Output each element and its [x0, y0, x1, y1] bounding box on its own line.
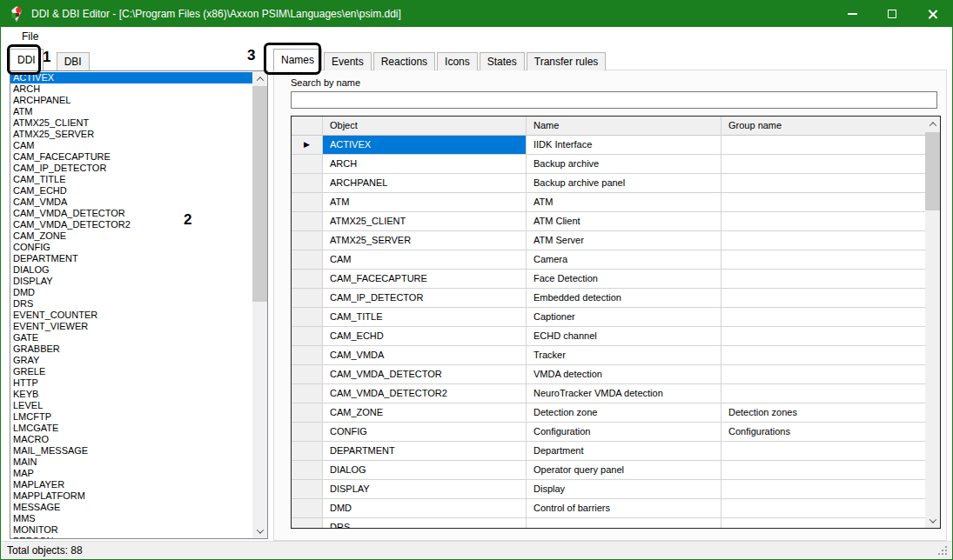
list-item[interactable]: MAIN	[10, 457, 252, 468]
table-cell[interactable]: DIALOG	[323, 461, 527, 480]
list-item[interactable]: EVENT_VIEWER	[10, 321, 252, 332]
table-cell[interactable]: CONFIG	[323, 423, 527, 442]
list-item[interactable]: CAM_ZONE	[10, 230, 252, 242]
maximize-button[interactable]	[872, 1, 912, 27]
grid-scrollbar-thumb[interactable]	[925, 132, 940, 210]
grid-scrollbar[interactable]	[925, 117, 940, 528]
table-cell[interactable]: Operator query panel	[527, 461, 721, 480]
table-cell[interactable]	[721, 155, 925, 174]
table-cell[interactable]: Detection zone	[527, 403, 721, 423]
column-header[interactable]: Object	[323, 117, 527, 136]
list-item[interactable]: MACRO	[10, 434, 252, 445]
list-item[interactable]: CAM_FACECAPTURE	[10, 151, 252, 163]
list-item[interactable]: MONITOR	[10, 524, 252, 536]
table-cell[interactable]: NeuroTracker VMDA detection	[527, 384, 721, 403]
list-item[interactable]: ATMX25_SERVER	[10, 129, 252, 140]
tab-icons[interactable]: Icons	[437, 52, 478, 70]
table-cell[interactable]	[721, 250, 925, 270]
list-item[interactable]: CAM	[10, 140, 252, 151]
list-item[interactable]: CAM_VMDA_DETECTOR	[10, 208, 252, 219]
table-cell[interactable]: CAM_VMDA_DETECTOR2	[323, 384, 527, 403]
row-header[interactable]	[292, 384, 323, 403]
tab-transfer-rules[interactable]: Transfer rules	[527, 52, 607, 70]
table-cell[interactable]: Face Detection	[527, 270, 721, 289]
table-cell[interactable]: CAM_VMDA_DETECTOR	[323, 365, 527, 384]
table-cell[interactable]: ATMX25_CLIENT	[323, 212, 527, 231]
table-cell[interactable]: CAM_TITLE	[323, 308, 527, 327]
table-cell[interactable]: Backup archive panel	[527, 174, 721, 193]
list-scrollbar[interactable]	[252, 71, 267, 538]
table-cell[interactable]	[721, 384, 925, 403]
table-cell[interactable]: VMDA detection	[527, 365, 721, 384]
list-item[interactable]: GRELE	[10, 366, 252, 377]
row-header[interactable]	[292, 155, 323, 174]
menu-file[interactable]: File	[13, 27, 47, 46]
table-cell[interactable]: Control of barriers	[527, 499, 721, 518]
row-header[interactable]	[292, 231, 323, 250]
grid-scroll-down-icon[interactable]	[925, 513, 940, 528]
row-header[interactable]	[292, 270, 323, 289]
list-item[interactable]: MAPPLATFORM	[10, 490, 252, 502]
tab-states[interactable]: States	[480, 52, 525, 70]
table-cell[interactable]	[721, 480, 925, 499]
column-header[interactable]: Name	[527, 117, 721, 136]
list-item[interactable]: LMCFTP	[10, 411, 252, 423]
tab-reactions[interactable]: Reactions	[373, 52, 435, 70]
grid-corner-cell[interactable]	[292, 117, 323, 136]
row-header[interactable]	[292, 518, 323, 528]
list-item[interactable]: CAM_TITLE	[10, 174, 252, 185]
table-cell[interactable]: ECHD channel	[527, 327, 721, 346]
close-button[interactable]	[912, 1, 952, 27]
table-cell[interactable]: IIDK Interface	[527, 136, 721, 155]
table-cell[interactable]: CAM_ZONE	[323, 403, 527, 423]
list-item[interactable]: GRAY	[10, 355, 252, 366]
tab-events[interactable]: Events	[324, 52, 372, 70]
list-item[interactable]: DRS	[10, 298, 252, 310]
table-cell[interactable]: Detection zones	[721, 403, 925, 423]
list-item[interactable]: DIALOG	[10, 264, 252, 276]
table-cell[interactable]	[721, 442, 925, 461]
row-header[interactable]	[292, 461, 323, 480]
table-cell[interactable]: CAM_ECHD	[323, 327, 527, 346]
table-cell[interactable]	[721, 212, 925, 231]
list-item[interactable]: DEPARTMENT	[10, 253, 252, 264]
table-cell[interactable]: CAM_FACECAPTURE	[323, 270, 527, 289]
table-cell[interactable]	[721, 289, 925, 308]
column-header[interactable]: Group name	[721, 117, 925, 136]
list-item[interactable]: DISPLAY	[10, 276, 252, 287]
list-item[interactable]: MESSAGE	[10, 502, 252, 513]
table-cell[interactable]	[721, 174, 925, 193]
row-header[interactable]	[292, 346, 323, 365]
row-header[interactable]	[292, 174, 323, 193]
list-item[interactable]: LMCGATE	[10, 423, 252, 434]
row-header[interactable]	[292, 327, 323, 346]
row-header[interactable]	[292, 308, 323, 327]
table-cell[interactable]: Backup archive	[527, 155, 721, 174]
list-item[interactable]: CAM_VMDA_DETECTOR2	[10, 219, 252, 230]
tab-dbi[interactable]: DBI	[57, 52, 90, 70]
table-cell[interactable]: DMD	[323, 499, 527, 518]
table-cell[interactable]: Tracker	[527, 346, 721, 365]
table-cell[interactable]: Department	[527, 442, 721, 461]
table-cell[interactable]: Embedded detection	[527, 289, 721, 308]
table-cell[interactable]	[721, 193, 925, 212]
row-header[interactable]	[292, 442, 323, 461]
row-header[interactable]	[292, 365, 323, 384]
table-cell[interactable]: ACTIVEX	[323, 136, 527, 155]
table-cell[interactable]	[721, 308, 925, 327]
table-cell[interactable]: CAM_VMDA	[323, 346, 527, 365]
search-input[interactable]	[291, 91, 937, 109]
scroll-down-icon[interactable]	[252, 523, 267, 538]
list-item[interactable]: CAM_VMDA	[10, 197, 252, 208]
table-cell[interactable]: CAM	[323, 250, 527, 270]
table-cell[interactable]: ATM	[323, 193, 527, 212]
grid-scroll-up-icon[interactable]	[925, 117, 940, 131]
list-item[interactable]: ARCHPANEL	[10, 95, 252, 106]
list-item[interactable]: ATM	[10, 106, 252, 117]
list-item[interactable]: MAP	[10, 468, 252, 479]
resize-grip-icon[interactable]	[937, 545, 949, 557]
list-item[interactable]: MAPLAYER	[10, 479, 252, 490]
table-cell[interactable]	[721, 365, 925, 384]
table-cell[interactable]: Camera	[527, 250, 721, 270]
list-item[interactable]: EVENT_COUNTER	[10, 310, 252, 321]
